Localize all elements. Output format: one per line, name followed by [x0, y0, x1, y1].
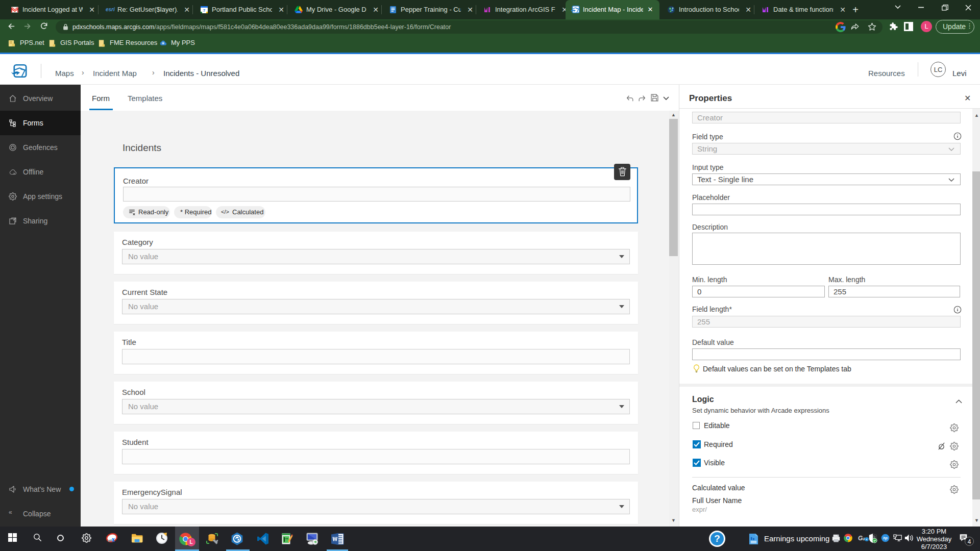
svg-text:7: 7: [203, 8, 206, 13]
svg-text:hp: hp: [883, 536, 888, 540]
